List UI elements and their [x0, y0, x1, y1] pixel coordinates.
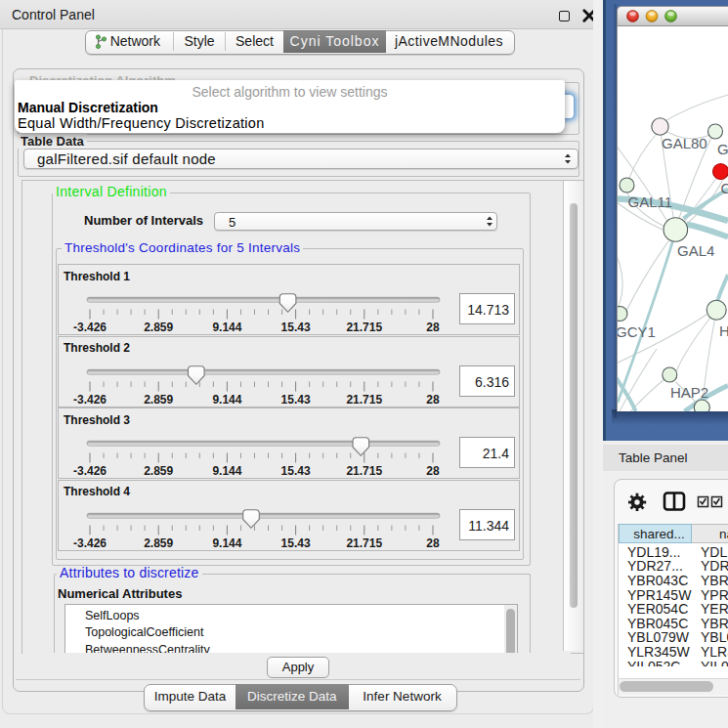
svg-text:2.859: 2.859	[144, 464, 173, 478]
svg-text:21.715: 21.715	[346, 535, 382, 549]
svg-text:9.144: 9.144	[212, 535, 241, 549]
svg-text:21.715: 21.715	[346, 321, 382, 334]
svg-text:-3.426: -3.426	[73, 464, 107, 478]
svg-text:2.859: 2.859	[144, 392, 173, 406]
svg-text:GAL4: GAL4	[677, 242, 714, 259]
svg-text:GAL80: GAL80	[662, 135, 707, 151]
svg-text:21.715: 21.715	[346, 392, 382, 406]
svg-text:GA: GA	[717, 141, 728, 157]
svg-text:28: 28	[426, 321, 440, 334]
svg-text:15.43: 15.43	[281, 535, 311, 549]
svg-text:15.43: 15.43	[281, 464, 311, 478]
svg-text:9.144: 9.144	[212, 321, 241, 334]
svg-text:21.715: 21.715	[346, 464, 382, 478]
svg-text:CD: CD	[721, 180, 728, 196]
svg-text:HI: HI	[719, 322, 728, 339]
svg-text:15.43: 15.43	[281, 392, 311, 406]
svg-text:GCY1: GCY1	[618, 323, 656, 340]
svg-text:GAL11: GAL11	[628, 193, 673, 210]
svg-text:2.859: 2.859	[144, 321, 173, 334]
svg-text:9.144: 9.144	[212, 464, 241, 478]
svg-text:-3.426: -3.426	[73, 535, 107, 549]
svg-text:2.859: 2.859	[144, 535, 173, 549]
svg-text:15.43: 15.43	[281, 321, 311, 334]
svg-text:-3.426: -3.426	[73, 321, 107, 334]
svg-text:28: 28	[426, 464, 440, 478]
svg-text:-3.426: -3.426	[73, 392, 107, 406]
svg-text:28: 28	[426, 535, 440, 549]
svg-text:HAP2: HAP2	[670, 384, 708, 401]
svg-text:28: 28	[426, 392, 440, 406]
svg-text:9.144: 9.144	[212, 392, 241, 406]
